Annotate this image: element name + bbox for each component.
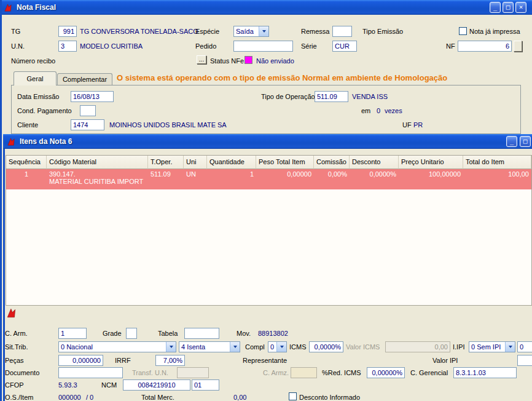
nota-fiscal-window: Nota Fiscal _ □ × TG 991 TG CONVERSORA T… <box>0 0 532 401</box>
os-item-value: 000000 <box>58 394 81 401</box>
main-titlebar[interactable]: Nota Fiscal <box>0 0 532 15</box>
tab-complementar[interactable]: Complementar <box>57 73 112 85</box>
valor-ipi-field[interactable] <box>517 355 532 366</box>
table-row[interactable]: 1 390.147. MATERIAL CURITIBA IMPORT 511.… <box>6 169 531 189</box>
nota-impressa-label: Nota já impressa <box>469 28 520 35</box>
chevron-down-icon[interactable] <box>166 342 176 352</box>
compl-value: 0 <box>270 343 274 351</box>
tab-geral[interactable]: Geral <box>14 71 57 85</box>
tg-field[interactable]: 991 <box>58 26 77 37</box>
items-maximize-button[interactable]: □ <box>520 136 531 147</box>
iipi-select[interactable]: 0 Sem IPI <box>469 341 515 352</box>
isenta-select[interactable]: 4 Isenta <box>179 341 240 352</box>
pecas-field[interactable]: 0,000000 <box>58 355 103 366</box>
col-sequencia[interactable]: Sequência <box>6 156 47 169</box>
cliente-description: MOINHOS UNIDOS BRASIL MATE SA <box>109 121 227 129</box>
cell-total-item: 100,00 <box>463 169 531 189</box>
tg-label: TG <box>11 28 20 35</box>
iipi-label: I.IPI <box>453 343 465 351</box>
remessa-field[interactable] <box>332 26 352 37</box>
col-total-item[interactable]: Total do Item <box>463 156 531 169</box>
items-window-title: Itens da Nota 6 <box>20 137 72 146</box>
tabela-field[interactable] <box>184 328 219 339</box>
material-code: 390.147. <box>49 170 146 178</box>
cell-quantidade: 1 <box>207 169 256 189</box>
tg-description: TG CONVERSORA TONELADA-SACO <box>80 28 198 35</box>
recibo-ellipsis-button[interactable]: ... <box>197 55 206 64</box>
valor-icms-label: Valor ICMS <box>346 343 380 351</box>
col-comissao[interactable]: Comissão <box>314 156 350 169</box>
nf-lookup-button[interactable] <box>514 41 522 52</box>
grade-field[interactable] <box>126 328 137 339</box>
un-label: U.N. <box>11 42 25 50</box>
pedido-field[interactable] <box>233 41 293 52</box>
desconto-informado-checkbox[interactable] <box>289 392 297 400</box>
chevron-down-icon[interactable] <box>276 342 286 352</box>
empty-rows-area[interactable] <box>6 189 531 305</box>
cliente-field[interactable]: 1474 <box>71 119 104 130</box>
especie-select[interactable]: Saída <box>233 26 269 37</box>
ncm-extra-field[interactable]: 01 <box>192 379 219 391</box>
un-field[interactable]: 3 <box>58 41 77 52</box>
remessa-label: Remessa <box>301 28 329 35</box>
col-quantidade[interactable]: Quantidade <box>207 156 256 169</box>
cell-codigo-material: 390.147. MATERIAL CURITIBA IMPORT <box>47 169 148 189</box>
especie-label: Espécie <box>195 28 219 35</box>
cell-sequencia: 1 <box>6 169 47 189</box>
icms-field[interactable]: 0,0000% <box>309 341 343 352</box>
nota-impressa-checkbox[interactable] <box>459 27 467 35</box>
serie-label: Série <box>301 42 317 50</box>
transf-un-field <box>177 367 209 378</box>
nf-field[interactable]: 6 <box>458 41 512 52</box>
ncm-field[interactable]: 0084219910 <box>123 379 190 391</box>
tipo-operacao-field[interactable]: 511.09 <box>315 91 348 102</box>
cond-pagamento-field[interactable] <box>80 105 96 116</box>
material-description: MATERIAL CURITIBA IMPORT <box>49 178 146 185</box>
uf-label: UF <box>402 121 412 129</box>
sit-trib-value: 0 Nacional <box>61 343 93 351</box>
items-table: Sequência Código Material T.Oper. Uni Qu… <box>6 155 532 306</box>
data-emissao-field[interactable]: 16/08/13 <box>71 91 114 102</box>
col-codigo-material[interactable]: Código Material <box>47 156 148 169</box>
compl-select[interactable]: 0 <box>268 341 287 352</box>
red-icms-field[interactable]: 0,00000% <box>367 367 405 378</box>
iipi-extra-field[interactable]: 0 <box>517 341 532 352</box>
items-minimize-button[interactable]: _ <box>506 136 517 147</box>
close-button[interactable]: × <box>515 2 526 13</box>
cell-uni: UN <box>184 169 207 189</box>
pedido-label: Pedido <box>195 42 216 50</box>
red-icms-label: %Red. ICMS <box>322 369 361 376</box>
nf-label: NF <box>446 42 455 50</box>
c-gerencial-label: C. Gerencial <box>410 369 448 376</box>
cell-preco-unitario: 100,00000 <box>399 169 463 189</box>
compl-label: Compl <box>245 343 265 351</box>
status-nfe-text: Não enviado <box>256 57 294 65</box>
cell-comissao: 0,00% <box>314 169 350 189</box>
c-arm-field[interactable]: 1 <box>58 328 87 339</box>
col-uni[interactable]: Uni <box>184 156 207 169</box>
chevron-down-icon[interactable] <box>230 342 240 352</box>
sit-trib-select[interactable]: 0 Nacional <box>58 341 176 352</box>
maximize-button[interactable]: □ <box>503 2 514 13</box>
sit-trib-label: Sit.Trib. <box>5 343 28 351</box>
items-titlebar[interactable]: Itens da Nota 6 <box>3 134 532 149</box>
documento-label: Documento <box>5 369 39 376</box>
documento-field[interactable] <box>58 367 123 378</box>
icms-label: ICMS <box>289 343 307 351</box>
col-peso-total[interactable]: Peso Total Item <box>256 156 314 169</box>
tab-geral-label: Geral <box>27 75 44 82</box>
cell-t-oper: 511.09 <box>148 169 184 189</box>
minimize-button[interactable]: _ <box>490 2 501 13</box>
tipo-operacao-description: VENDA ISS <box>352 93 388 100</box>
ncm-label: NCM <box>101 381 117 389</box>
col-desconto[interactable]: Desconto <box>350 156 399 169</box>
col-preco-unitario[interactable]: Preço Unitario <box>399 156 463 169</box>
valor-icms-field: 0,00 <box>385 341 450 352</box>
c-gerencial-field[interactable]: 8.3.1.1.03 <box>453 367 517 378</box>
mov-value: 88913802 <box>258 330 288 337</box>
chevron-down-icon[interactable] <box>505 342 515 352</box>
chevron-down-icon[interactable] <box>259 26 268 36</box>
col-t-oper[interactable]: T.Oper. <box>148 156 184 169</box>
serie-field[interactable]: CUR <box>332 41 357 52</box>
irrf-field[interactable]: 7,00% <box>155 355 185 366</box>
